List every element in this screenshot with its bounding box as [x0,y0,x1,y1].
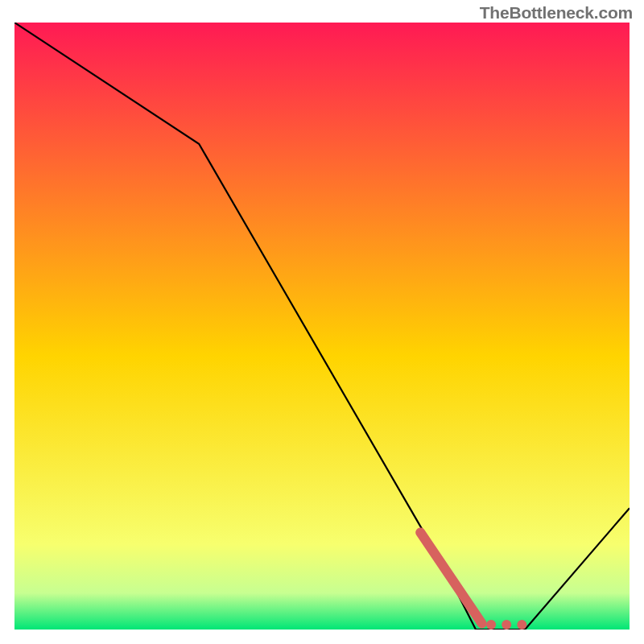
gradient-background [14,23,630,630]
watermark-text: TheBottleneck.com [480,3,633,23]
chart-plot-area [14,23,630,630]
bottleneck-highlight-dot [517,620,526,630]
gradient-chart-svg [14,23,630,630]
bottleneck-highlight-dot [486,620,496,630]
bottleneck-highlight-dot [502,620,511,630]
